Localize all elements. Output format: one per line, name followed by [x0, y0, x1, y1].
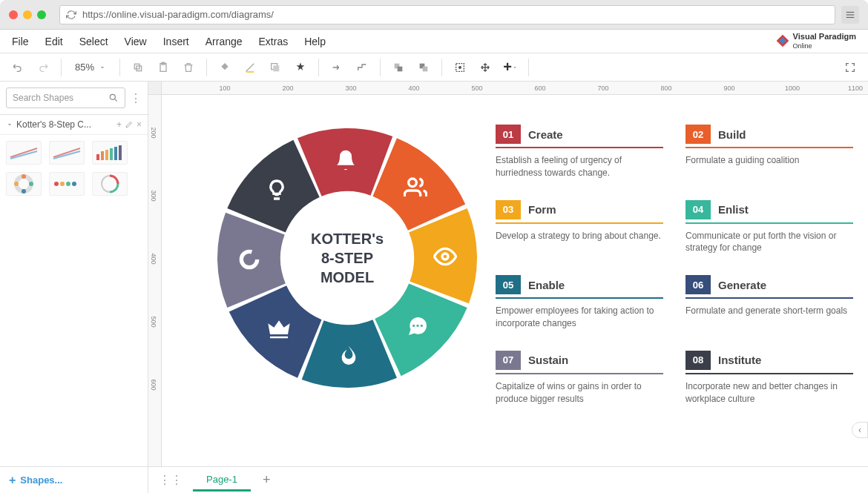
- search-placeholder: Search Shapes: [13, 93, 108, 103]
- chevron-down-icon: [6, 121, 13, 128]
- step-description: Formulate a guiding coalition: [685, 154, 853, 167]
- line-color-button[interactable]: [240, 57, 260, 78]
- donut-center-label: KOTTER's8-STEPMODEL: [284, 195, 410, 321]
- step-description: Empower employees for taking action to i…: [496, 305, 663, 330]
- maximize-window-button[interactable]: [37, 10, 46, 19]
- svg-rect-24: [96, 154, 99, 160]
- visual-paradigm-icon: [775, 33, 790, 48]
- chevron-down-icon: [99, 64, 106, 71]
- step-05[interactable]: 05EnableEmpower employees for taking act…: [496, 275, 663, 330]
- step-number: 03: [496, 200, 521, 219]
- flame-icon: [335, 343, 362, 369]
- close-window-button[interactable]: [9, 10, 18, 19]
- step-description: Formulate and generate short-term goals: [685, 305, 853, 317]
- shape-thumb[interactable]: [49, 141, 85, 165]
- redo-button[interactable]: [33, 57, 53, 78]
- undo-button[interactable]: [7, 57, 28, 78]
- menu-view[interactable]: View: [125, 36, 147, 47]
- style-button[interactable]: [290, 57, 311, 78]
- step-title: Enlist: [718, 203, 749, 216]
- menu-extras[interactable]: Extras: [259, 36, 289, 47]
- copy-button[interactable]: [128, 57, 148, 78]
- step-04[interactable]: 04EnlistCommunicate or put forth the vis…: [685, 200, 853, 255]
- users-icon: [402, 174, 429, 201]
- waypoint-button[interactable]: [352, 57, 372, 78]
- fill-color-button[interactable]: [214, 57, 235, 78]
- shapes-panel-header[interactable]: Kotter's 8-Step C... + ×: [0, 115, 148, 135]
- bulb-icon: [263, 176, 290, 203]
- menu-insert[interactable]: Insert: [163, 36, 189, 47]
- shape-thumb[interactable]: [6, 172, 42, 196]
- canvas[interactable]: KOTTER's8-STEPMODEL 01CreateEstablish a …: [162, 95, 868, 466]
- zoom-selector[interactable]: 85%: [69, 57, 112, 78]
- step-description: Communicate or put forth the vision or s…: [685, 230, 853, 255]
- step-title: Form: [528, 203, 556, 216]
- step-number: 04: [685, 200, 711, 219]
- menu-arrange[interactable]: Arrange: [206, 36, 243, 47]
- step-08[interactable]: 08InstituteIncorporate new and better ch…: [685, 351, 853, 406]
- menu-file[interactable]: File: [12, 36, 29, 47]
- svg-rect-25: [101, 151, 104, 160]
- page-tab[interactable]: Page-1: [193, 469, 251, 492]
- shape-thumb[interactable]: [49, 172, 85, 196]
- close-panel-icon[interactable]: ×: [137, 119, 142, 130]
- step-01[interactable]: 01CreateEstablish a feeling of urgency o…: [496, 125, 663, 179]
- svg-point-40: [442, 254, 448, 259]
- step-03[interactable]: 03FormDevelop a strategy to bring about …: [496, 200, 663, 255]
- add-panel-icon[interactable]: +: [116, 119, 122, 130]
- reload-icon[interactable]: [66, 10, 76, 20]
- step-title: Sustain: [528, 354, 568, 366]
- add-page-button[interactable]: +: [257, 472, 277, 488]
- step-title: Generate: [718, 279, 766, 291]
- svg-point-31: [22, 174, 26, 179]
- step-divider: [685, 222, 853, 224]
- step-title: Build: [718, 128, 746, 141]
- add-shapes-button[interactable]: +Shapes...: [0, 467, 148, 493]
- shape-thumb[interactable]: [92, 172, 128, 196]
- chat-icon: [404, 313, 431, 340]
- fullscreen-button[interactable]: [840, 57, 861, 78]
- menu-bar: File Edit Select View Insert Arrange Ext…: [0, 30, 868, 53]
- svg-point-34: [14, 182, 19, 186]
- browser-menu-button[interactable]: [841, 6, 859, 24]
- shadow-button[interactable]: [265, 57, 286, 78]
- minimize-window-button[interactable]: [23, 10, 32, 19]
- delete-button[interactable]: [178, 57, 199, 78]
- ring-icon: [236, 246, 263, 273]
- search-shapes-input[interactable]: Search Shapes: [6, 87, 125, 108]
- add-button[interactable]: +: [500, 57, 521, 78]
- fit-button[interactable]: [450, 57, 470, 78]
- drag-handle-icon[interactable]: ⋮⋮: [154, 473, 187, 487]
- step-02[interactable]: 02BuildFormulate a guiding coalition: [685, 125, 853, 179]
- to-back-button[interactable]: [413, 57, 434, 78]
- canvas-area[interactable]: 10020030040050060070080090010001100 2003…: [148, 82, 868, 466]
- svg-rect-13: [398, 66, 403, 71]
- menu-select[interactable]: Select: [79, 36, 108, 47]
- shape-thumbnails: [0, 135, 148, 202]
- svg-rect-11: [273, 65, 279, 71]
- more-icon[interactable]: ⋮: [130, 91, 142, 105]
- connector-button[interactable]: [326, 57, 347, 78]
- collapse-right-button[interactable]: ‹: [852, 422, 868, 438]
- zoom-value: 85%: [75, 62, 94, 73]
- paste-button[interactable]: [153, 57, 174, 78]
- step-07[interactable]: 07SustainCapitalize of wins or gains in …: [496, 351, 663, 406]
- step-number: 07: [496, 351, 521, 370]
- shape-thumb[interactable]: [6, 141, 42, 165]
- step-description: Incorporate new and better changes in wo…: [685, 380, 853, 406]
- step-06[interactable]: 06GenerateFormulate and generate short-t…: [685, 275, 853, 330]
- traffic-lights: [9, 10, 46, 19]
- step-description: Capitalize of wins or gains in order to …: [496, 380, 663, 406]
- panel-title: Kotter's 8-Step C...: [16, 119, 114, 130]
- kotter-donut[interactable]: KOTTER's8-STEPMODEL: [214, 125, 481, 391]
- horizontal-ruler: 10020030040050060070080090010001100: [162, 82, 868, 95]
- pan-button[interactable]: [475, 57, 496, 78]
- menu-help[interactable]: Help: [304, 36, 326, 47]
- shape-thumb[interactable]: [92, 141, 128, 165]
- address-bar[interactable]: https://online.visual-paradigm.com/diagr…: [59, 5, 835, 24]
- menu-edit[interactable]: Edit: [45, 36, 63, 47]
- edit-panel-icon[interactable]: [125, 120, 134, 129]
- step-description: Establish a feeling of urgency of hurrie…: [496, 154, 663, 179]
- to-front-button[interactable]: [388, 57, 409, 78]
- step-divider: [685, 147, 853, 148]
